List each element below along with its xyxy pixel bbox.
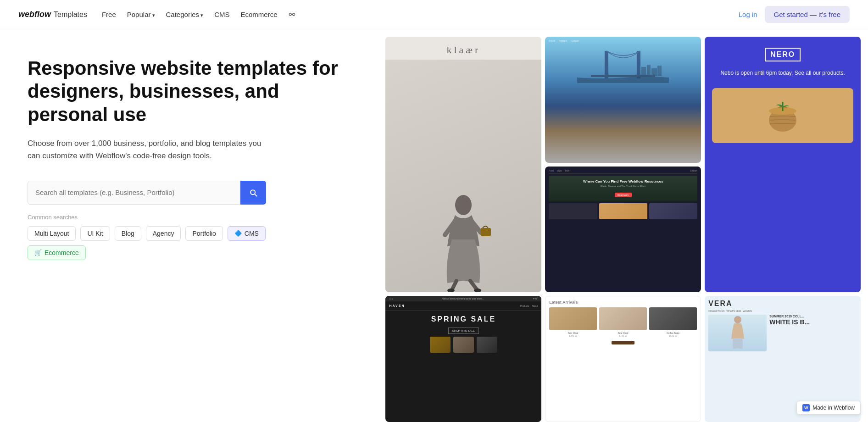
- svg-point-20: [734, 316, 741, 323]
- made-in-webflow-badge[interactable]: W Made in Webflow: [796, 401, 861, 415]
- tag-ecommerce[interactable]: 🛒 Ecommerce: [28, 245, 86, 260]
- bridge-nav-item: Travel: [549, 39, 555, 42]
- latest-arrivals-title: Latest Arrivals: [549, 300, 697, 305]
- tag-ui-kit[interactable]: UI Kit: [80, 226, 110, 241]
- template-direkt[interactable]: Food Style Tech Search Where Can You Fin…: [545, 167, 701, 293]
- svg-rect-11: [637, 51, 640, 78]
- search-icon: [249, 188, 258, 197]
- left-content: Responsive website templates for designe…: [0, 29, 382, 422]
- nav-cms[interactable]: CMS: [214, 11, 229, 18]
- vera-title: VERA: [708, 300, 857, 308]
- login-button[interactable]: Log in: [739, 11, 757, 18]
- fashion-figure: [431, 191, 495, 292]
- webflow-badge-icon: W: [802, 404, 810, 411]
- search-bar: [28, 181, 266, 205]
- cms-icon: 🔷: [234, 230, 242, 237]
- nero-logo: NERO: [765, 48, 801, 61]
- nav-popular[interactable]: Popular: [127, 11, 155, 18]
- templates-grid: klaær: [382, 29, 868, 422]
- bridge-nav-item: Portfolio: [559, 39, 567, 42]
- tag-cms[interactable]: 🔷 CMS: [228, 226, 266, 241]
- bridge-nav-item: Contact: [571, 39, 579, 42]
- svg-rect-13: [641, 67, 646, 76]
- search-icon[interactable]: ⚮: [289, 10, 295, 20]
- made-in-webflow-label: Made in Webflow: [812, 405, 855, 411]
- nav-left: webflow Templates Free Popular Categorie…: [18, 10, 295, 20]
- nav-links: Free Popular Categories CMS Ecommerce ⚮: [102, 10, 295, 20]
- bag-illustration: [764, 97, 801, 134]
- svg-rect-16: [657, 66, 662, 76]
- nav-categories[interactable]: Categories: [166, 11, 204, 18]
- nav-ecommerce[interactable]: Ecommerce: [240, 11, 277, 18]
- template-klaer[interactable]: klaær: [385, 37, 541, 292]
- nero-tagline: Nebo is open until 6pm today. See all ou…: [720, 69, 845, 77]
- spring-sale-title: SPRING SALE: [389, 315, 538, 323]
- nav-free[interactable]: Free: [102, 11, 116, 18]
- svg-rect-10: [605, 51, 608, 78]
- logo-templates: Templates: [54, 11, 87, 19]
- ecommerce-icon: 🛒: [34, 249, 42, 256]
- bridge-illustration: [550, 46, 696, 83]
- vera-figure: [729, 316, 747, 350]
- tag-blog[interactable]: Blog: [115, 226, 141, 241]
- tag-portfolio[interactable]: Portfolio: [185, 226, 223, 241]
- navbar: webflow Templates Free Popular Categorie…: [0, 0, 868, 29]
- get-started-button[interactable]: Get started — it's free: [765, 6, 850, 23]
- tag-agency[interactable]: Agency: [146, 226, 181, 241]
- template-latest-arrivals[interactable]: Latest Arrivals Arm Chair $340.00 Side C…: [545, 296, 701, 422]
- svg-point-0: [455, 195, 472, 215]
- search-button[interactable]: [240, 181, 266, 205]
- hero-title: Responsive website templates for designe…: [28, 57, 363, 126]
- svg-rect-15: [651, 68, 657, 76]
- direkt-headline: Where Can You Find Free Webflow Resource…: [552, 179, 694, 183]
- tag-multi-layout[interactable]: Multi Layout: [28, 226, 76, 241]
- logo[interactable]: webflow Templates: [18, 10, 87, 19]
- template-nero[interactable]: NERO Nebo is open until 6pm today. See a…: [705, 37, 861, 292]
- svg-rect-9: [481, 228, 491, 236]
- nav-right: Log in Get started — it's free: [739, 6, 850, 23]
- common-searches-label: Common searches: [28, 214, 363, 221]
- template-spring-sale[interactable]: ● ● Add an announcement bar to your stor…: [385, 296, 541, 422]
- klaer-title: klaær: [446, 37, 480, 60]
- tags-container: Multi Layout UI Kit Blog Agency Portfoli…: [28, 226, 266, 260]
- search-input[interactable]: [28, 181, 240, 205]
- hero-description: Choose from over 1,000 business, portfol…: [28, 137, 266, 162]
- page-body: Responsive website templates for designe…: [0, 29, 868, 422]
- template-bridge[interactable]: Travel Portfolio Contact: [545, 37, 701, 163]
- svg-rect-14: [647, 65, 651, 76]
- logo-wordmark: webflow: [18, 10, 51, 19]
